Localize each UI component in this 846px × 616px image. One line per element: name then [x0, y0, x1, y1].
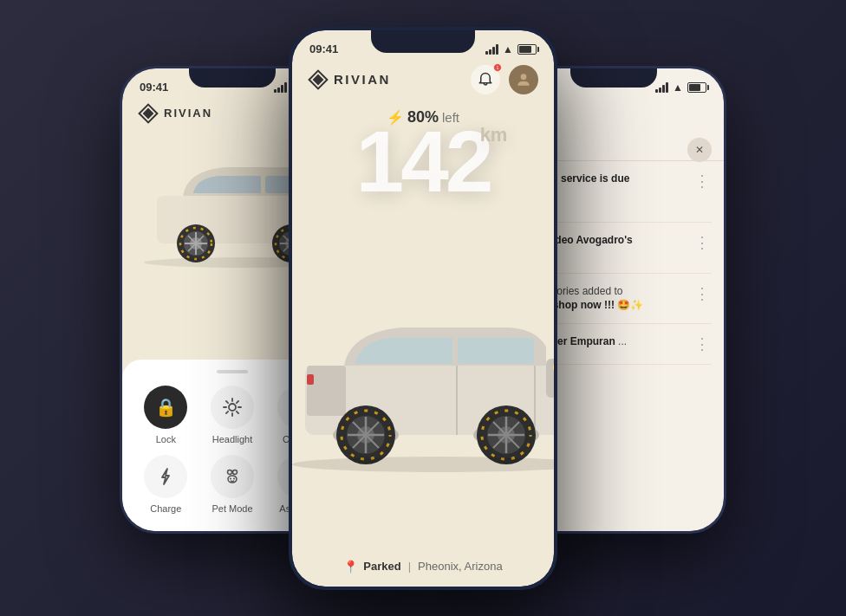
svg-rect-56: [458, 338, 534, 364]
close-icon: ✕: [695, 144, 704, 156]
charge-icon: [156, 467, 175, 486]
notch-left: [189, 68, 276, 88]
rivian-diamond-center: [308, 69, 329, 90]
location-bar: 📍 Parked | Pheonix, Arizona: [343, 560, 502, 574]
time-center: 09:41: [309, 42, 338, 55]
svg-line-30: [237, 411, 238, 412]
pet-mode-icon-wrap[interactable]: [211, 455, 254, 498]
signal-center: [485, 44, 498, 55]
time-left: 09:41: [140, 81, 168, 94]
svg-point-42: [232, 470, 237, 474]
notch-center: [371, 30, 475, 53]
svg-line-32: [226, 411, 228, 412]
svg-point-45: [233, 477, 235, 479]
svg-line-29: [226, 400, 228, 402]
lock-label: Lock: [156, 434, 176, 444]
notification-button[interactable]: 1: [471, 65, 500, 94]
location-city: Pheonix, Arizona: [418, 560, 503, 573]
svg-point-24: [229, 404, 236, 411]
lock-icon-wrap[interactable]: 🔒: [144, 386, 187, 429]
notif-more-1[interactable]: ⋮: [693, 172, 712, 191]
lightning-bolt-icon: ⚡: [387, 109, 404, 126]
headlight-label: Headlight: [212, 434, 252, 444]
signal-left: [274, 82, 287, 93]
bell-icon: [478, 72, 493, 88]
status-icons-center: ▲: [485, 43, 537, 55]
svg-point-81: [292, 457, 554, 472]
action-headlight[interactable]: Headlight: [203, 386, 263, 444]
action-charge[interactable]: Charge: [136, 455, 196, 514]
bar4: [284, 82, 287, 93]
car-svg-center: [292, 288, 554, 478]
bar1: [274, 89, 277, 93]
rivian-diamond-left: [138, 103, 159, 124]
wifi-right: ▲: [673, 81, 683, 94]
rivian-wordmark-center: RIVIAN: [334, 72, 391, 87]
car-image-area: [292, 288, 554, 539]
parked-status: Parked: [363, 560, 400, 573]
svg-rect-57: [307, 366, 346, 416]
notif-more-2[interactable]: ⋮: [693, 233, 712, 252]
center-screen: 09:41 ▲: [292, 30, 554, 587]
range-display: 142km: [292, 118, 554, 204]
pet-mode-label: Pet Mode: [212, 503, 252, 514]
bar3: [281, 85, 283, 93]
charge-label: Charge: [150, 503, 181, 514]
svg-line-31: [237, 400, 238, 402]
notif-more-3[interactable]: ⋮: [693, 284, 712, 303]
notification-badge: 1: [493, 63, 502, 72]
battery-fill-right: [689, 84, 700, 91]
pet-mode-icon: [222, 466, 243, 487]
range-value: 142: [356, 113, 491, 210]
bar2: [277, 88, 280, 93]
action-lock[interactable]: 🔒 Lock: [136, 386, 196, 444]
action-pet-mode[interactable]: Pet Mode: [203, 455, 263, 514]
headlight-icon: [222, 397, 243, 418]
battery-percent-value: 80%: [407, 108, 439, 126]
panel-handle: [217, 370, 248, 373]
battery-left-text: left: [442, 110, 459, 125]
svg-point-54: [521, 74, 527, 80]
svg-rect-60: [307, 374, 314, 385]
lock-icon: 🔒: [155, 397, 177, 418]
phone-center: 09:41 ▲: [289, 27, 557, 590]
battery-percent-display: ⚡ 80% left: [292, 108, 554, 126]
location-pin-icon: 📍: [343, 560, 358, 574]
avatar-icon: [515, 71, 532, 88]
svg-point-44: [230, 477, 231, 479]
notif-more-4[interactable]: ⋮: [693, 334, 712, 353]
nav-icons-center: 1: [471, 65, 538, 94]
headlight-icon-wrap[interactable]: [211, 386, 254, 429]
phones-container: 09:41 ▲: [111, 14, 735, 603]
charge-icon-wrap[interactable]: [144, 455, 187, 498]
notch-right: [570, 68, 657, 88]
battery-right: [687, 82, 706, 93]
location-divider: |: [408, 560, 411, 573]
battery-fill-center: [519, 46, 531, 53]
svg-rect-58: [546, 359, 554, 398]
range-unit: km: [480, 126, 508, 145]
wifi-center: ▲: [503, 43, 513, 55]
svg-marker-53: [313, 74, 324, 85]
battery-info: ⚡ 80% left: [292, 101, 554, 126]
signal-right: [655, 82, 668, 93]
status-icons-right: ▲: [655, 81, 706, 94]
battery-center: [517, 44, 537, 55]
rivian-logo-left: RIVIAN: [138, 103, 212, 124]
nav-bar-center: RIVIAN 1: [292, 62, 554, 101]
rivian-wordmark-left: RIVIAN: [164, 107, 212, 120]
avatar-button[interactable]: [509, 65, 538, 94]
close-button[interactable]: ✕: [687, 138, 712, 162]
svg-marker-1: [143, 107, 154, 119]
svg-point-41: [227, 470, 231, 474]
range-number: 142km: [356, 113, 491, 210]
rivian-logo-center: RIVIAN: [308, 69, 391, 90]
